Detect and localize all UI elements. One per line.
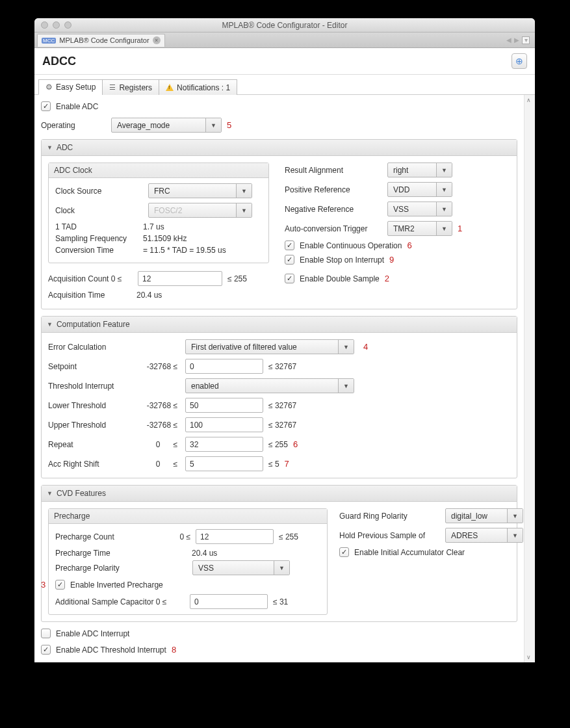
vertical-scrollbar[interactable]: ∧ ∨ xyxy=(524,95,535,662)
tab-easy-setup[interactable]: ⚙ Easy Setup xyxy=(38,79,103,95)
result-align-label: Result Alignment xyxy=(285,166,382,175)
tab-label: Notifications : 1 xyxy=(177,83,230,92)
tad-label: 1 TAD xyxy=(55,222,143,231)
view-tabs: ⚙ Easy Setup ☰ Registers Notifications :… xyxy=(34,75,535,95)
enable-inverted-checkbox[interactable] xyxy=(55,580,65,590)
setpoint-max: ≤ 32767 xyxy=(268,362,296,371)
tab-label: Registers xyxy=(119,83,152,92)
tab-notifications[interactable]: Notifications : 1 xyxy=(159,79,237,95)
enable-adc-label: Enable ADC xyxy=(56,102,98,111)
chevron-down-icon: ▼ xyxy=(507,528,523,542)
auto-conv-label: Auto-conversion Trigger xyxy=(285,224,382,233)
upper-thresh-label: Upper Threshold xyxy=(48,421,136,430)
tab-label: Easy Setup xyxy=(56,83,96,92)
upper-max: ≤ 32767 xyxy=(268,421,296,430)
conv-time-value: = 11.5 * TAD = 19.55 us xyxy=(143,246,226,255)
annotation-2: 2 xyxy=(385,274,389,283)
acq-time-label: Acquisition Time xyxy=(48,291,136,300)
conv-time-label: Conversion Time xyxy=(55,246,143,255)
clock-select: FOSC/2 ▼ xyxy=(148,203,252,218)
help-button[interactable]: ⊕ xyxy=(512,53,527,69)
chevron-down-icon: ▼ xyxy=(236,203,252,217)
acq-time-value: 20.4 us xyxy=(136,291,162,300)
pre-pol-select[interactable]: VSS ▼ xyxy=(192,560,290,575)
accrs-max: ≤ 5 xyxy=(268,460,279,469)
cvd-section: ▼ CVD Features Precharge Precharge Count xyxy=(41,485,517,622)
err-calc-label: Error Calculation xyxy=(48,343,136,352)
enable-double-label: Enable Double Sample xyxy=(300,274,380,283)
neg-ref-label: Negative Reference xyxy=(285,205,382,214)
close-tab-icon[interactable]: × xyxy=(153,36,161,44)
tab-prev-icon[interactable]: ◀ xyxy=(506,36,512,44)
annotation-1: 1 xyxy=(458,224,462,233)
section-title: CVD Features xyxy=(57,489,106,498)
lower-thresh-input[interactable] xyxy=(185,398,263,413)
clock-source-select[interactable]: FRC ▼ xyxy=(148,183,252,198)
window-controls xyxy=(34,21,71,29)
titlebar: MPLAB® Code Configurator - Editor xyxy=(34,18,535,32)
pre-count-max: ≤ 255 xyxy=(279,532,298,541)
upper-thresh-input[interactable] xyxy=(185,417,263,432)
cvd-section-header[interactable]: ▼ CVD Features xyxy=(42,486,517,502)
pre-count-input[interactable] xyxy=(196,529,274,544)
operating-value: Average_mode xyxy=(112,121,205,130)
add-cap-label: Additional Sample Capacitor 0 ≤ xyxy=(55,597,185,606)
acq-count-input[interactable] xyxy=(138,271,222,286)
enable-adc-checkbox[interactable] xyxy=(41,101,51,111)
thresh-int-select[interactable]: enabled ▼ xyxy=(185,378,354,393)
chevron-down-icon: ▼ xyxy=(436,222,452,235)
file-tab[interactable]: MCC MPLAB® Code Configurator × xyxy=(37,34,165,47)
operating-select[interactable]: Average_mode ▼ xyxy=(111,118,222,133)
enable-double-checkbox[interactable] xyxy=(285,274,294,283)
add-cap-input[interactable] xyxy=(190,594,268,609)
enable-stop-label: Enable Stop on Interrupt xyxy=(300,255,384,265)
repeat-label: Repeat xyxy=(48,440,136,449)
adc-section-header[interactable]: ▼ ADC xyxy=(42,140,517,156)
enable-continuous-checkbox[interactable] xyxy=(285,240,294,250)
sampling-freq-label: Sampling Frequency xyxy=(55,234,143,243)
tad-value: 1.7 us xyxy=(143,222,164,231)
scroll-down-icon[interactable]: ∨ xyxy=(526,654,533,660)
guard-select[interactable]: digital_low ▼ xyxy=(445,508,523,523)
chevron-down-icon: ▼ xyxy=(205,118,221,132)
minimize-window-button[interactable] xyxy=(53,21,60,29)
tab-registers[interactable]: ☰ Registers xyxy=(102,79,159,95)
adc-clock-header: ADC Clock xyxy=(49,163,268,178)
enable-thresh-int-label: Enable ADC Threshold Interrupt xyxy=(56,645,166,655)
enable-acc-clear-checkbox[interactable] xyxy=(339,547,349,557)
accrs-label: Acc Right Shift xyxy=(48,460,136,469)
enable-thresh-int-checkbox[interactable] xyxy=(41,645,51,655)
app-window: MPLAB® Code Configurator - Editor MCC MP… xyxy=(34,18,535,662)
close-window-button[interactable] xyxy=(41,21,48,29)
repeat-max: ≤ 255 xyxy=(268,440,288,449)
clock-source-label: Clock Source xyxy=(55,187,143,196)
mcc-badge-icon: MCC xyxy=(42,38,56,44)
precharge-header: Precharge xyxy=(49,509,327,524)
hold-select[interactable]: ADRES ▼ xyxy=(445,528,523,543)
tab-next-icon[interactable]: ▶ xyxy=(514,36,519,44)
computation-section-header[interactable]: ▼ Computation Feature xyxy=(42,317,517,333)
scroll-up-icon[interactable]: ∧ xyxy=(526,97,533,103)
adc-section: ▼ ADC ADC Clock Clock Source xyxy=(41,139,517,309)
result-align-select[interactable]: right ▼ xyxy=(387,162,452,177)
enable-adc-int-checkbox[interactable] xyxy=(41,629,51,638)
neg-ref-select[interactable]: VSS ▼ xyxy=(387,202,452,216)
content-area: Enable ADC Operating Average_mode ▼ 5 ▼ … xyxy=(34,95,524,662)
accrs-input[interactable] xyxy=(185,456,263,471)
enable-stop-checkbox[interactable] xyxy=(285,255,294,265)
lower-max: ≤ 32767 xyxy=(268,401,296,410)
pos-ref-select[interactable]: VDD ▼ xyxy=(387,182,452,197)
zoom-window-button[interactable] xyxy=(64,21,71,29)
gear-icon: ⚙ xyxy=(45,83,53,92)
repeat-input[interactable] xyxy=(185,437,263,452)
err-calc-select[interactable]: First derivative of filtered value ▼ xyxy=(185,339,354,354)
pre-time-label: Precharge Time xyxy=(55,549,192,558)
chevron-down-icon: ▼ xyxy=(236,184,252,198)
setpoint-input[interactable] xyxy=(185,359,263,374)
auto-conv-select[interactable]: TMR2 ▼ xyxy=(387,221,452,236)
chevron-down-icon: ▼ xyxy=(436,163,452,177)
warning-icon xyxy=(166,84,174,91)
tab-list-button[interactable]: ▾ xyxy=(522,36,530,44)
chevron-down-icon: ▼ xyxy=(274,561,289,575)
enable-adc-int-label: Enable ADC Interrupt xyxy=(56,629,129,638)
